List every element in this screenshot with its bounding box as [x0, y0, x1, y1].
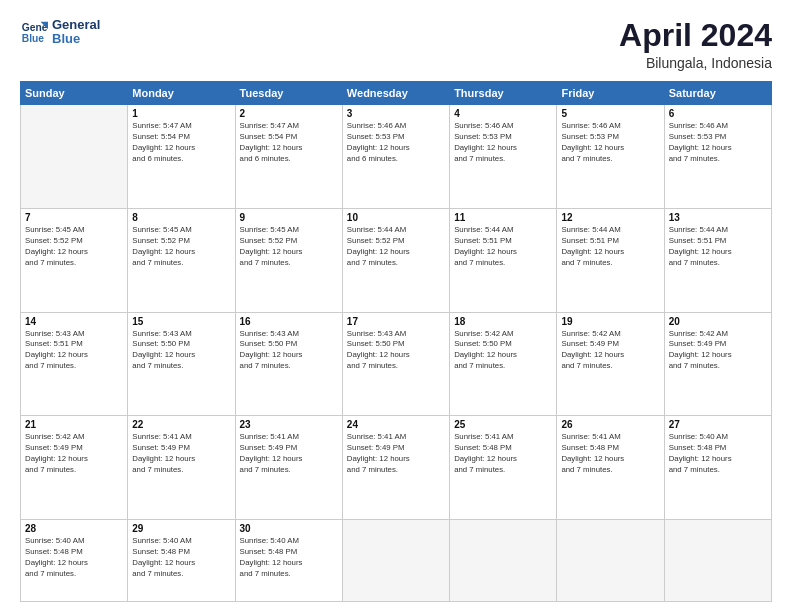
day-info: Sunrise: 5:40 AM Sunset: 5:48 PM Dayligh…	[132, 536, 230, 580]
svg-text:Blue: Blue	[22, 34, 45, 45]
day-info: Sunrise: 5:44 AM Sunset: 5:52 PM Dayligh…	[347, 225, 445, 269]
weekday-header: SundayMondayTuesdayWednesdayThursdayFrid…	[21, 82, 772, 105]
day-info: Sunrise: 5:46 AM Sunset: 5:53 PM Dayligh…	[669, 121, 767, 165]
calendar-cell: 7Sunrise: 5:45 AM Sunset: 5:52 PM Daylig…	[21, 208, 128, 312]
weekday-header-thursday: Thursday	[450, 82, 557, 105]
calendar-cell: 1Sunrise: 5:47 AM Sunset: 5:54 PM Daylig…	[128, 105, 235, 209]
weekday-header-monday: Monday	[128, 82, 235, 105]
day-number: 4	[454, 108, 552, 119]
day-info: Sunrise: 5:43 AM Sunset: 5:50 PM Dayligh…	[132, 329, 230, 373]
day-number: 3	[347, 108, 445, 119]
day-info: Sunrise: 5:45 AM Sunset: 5:52 PM Dayligh…	[240, 225, 338, 269]
logo-general: General	[52, 18, 100, 32]
calendar-cell	[450, 519, 557, 601]
day-number: 7	[25, 212, 123, 223]
day-number: 16	[240, 316, 338, 327]
calendar-cell: 8Sunrise: 5:45 AM Sunset: 5:52 PM Daylig…	[128, 208, 235, 312]
calendar-cell: 12Sunrise: 5:44 AM Sunset: 5:51 PM Dayli…	[557, 208, 664, 312]
calendar-cell: 27Sunrise: 5:40 AM Sunset: 5:48 PM Dayli…	[664, 416, 771, 520]
day-info: Sunrise: 5:42 AM Sunset: 5:49 PM Dayligh…	[561, 329, 659, 373]
day-number: 11	[454, 212, 552, 223]
calendar-subtitle: Bilungala, Indonesia	[619, 55, 772, 71]
calendar-cell: 29Sunrise: 5:40 AM Sunset: 5:48 PM Dayli…	[128, 519, 235, 601]
calendar-cell: 23Sunrise: 5:41 AM Sunset: 5:49 PM Dayli…	[235, 416, 342, 520]
page: General Blue General Blue April 2024 Bil…	[0, 0, 792, 612]
day-number: 2	[240, 108, 338, 119]
day-number: 29	[132, 523, 230, 534]
calendar-cell	[21, 105, 128, 209]
header: General Blue General Blue April 2024 Bil…	[20, 18, 772, 71]
calendar-cell: 4Sunrise: 5:46 AM Sunset: 5:53 PM Daylig…	[450, 105, 557, 209]
logo-icon: General Blue	[20, 18, 48, 46]
calendar-body: 1Sunrise: 5:47 AM Sunset: 5:54 PM Daylig…	[21, 105, 772, 602]
calendar-cell: 30Sunrise: 5:40 AM Sunset: 5:48 PM Dayli…	[235, 519, 342, 601]
day-number: 19	[561, 316, 659, 327]
calendar-cell: 13Sunrise: 5:44 AM Sunset: 5:51 PM Dayli…	[664, 208, 771, 312]
day-number: 18	[454, 316, 552, 327]
calendar-table: SundayMondayTuesdayWednesdayThursdayFrid…	[20, 81, 772, 602]
day-number: 5	[561, 108, 659, 119]
calendar-cell: 20Sunrise: 5:42 AM Sunset: 5:49 PM Dayli…	[664, 312, 771, 416]
day-info: Sunrise: 5:40 AM Sunset: 5:48 PM Dayligh…	[669, 432, 767, 476]
calendar-cell: 9Sunrise: 5:45 AM Sunset: 5:52 PM Daylig…	[235, 208, 342, 312]
day-number: 13	[669, 212, 767, 223]
day-info: Sunrise: 5:46 AM Sunset: 5:53 PM Dayligh…	[347, 121, 445, 165]
calendar-cell: 14Sunrise: 5:43 AM Sunset: 5:51 PM Dayli…	[21, 312, 128, 416]
calendar-cell: 28Sunrise: 5:40 AM Sunset: 5:48 PM Dayli…	[21, 519, 128, 601]
day-number: 1	[132, 108, 230, 119]
weekday-header-sunday: Sunday	[21, 82, 128, 105]
weekday-header-tuesday: Tuesday	[235, 82, 342, 105]
day-info: Sunrise: 5:41 AM Sunset: 5:49 PM Dayligh…	[132, 432, 230, 476]
calendar-cell: 21Sunrise: 5:42 AM Sunset: 5:49 PM Dayli…	[21, 416, 128, 520]
day-info: Sunrise: 5:43 AM Sunset: 5:50 PM Dayligh…	[240, 329, 338, 373]
day-info: Sunrise: 5:46 AM Sunset: 5:53 PM Dayligh…	[454, 121, 552, 165]
day-number: 21	[25, 419, 123, 430]
calendar-cell: 18Sunrise: 5:42 AM Sunset: 5:50 PM Dayli…	[450, 312, 557, 416]
day-number: 24	[347, 419, 445, 430]
calendar-cell: 6Sunrise: 5:46 AM Sunset: 5:53 PM Daylig…	[664, 105, 771, 209]
calendar-cell: 25Sunrise: 5:41 AM Sunset: 5:48 PM Dayli…	[450, 416, 557, 520]
calendar-cell: 22Sunrise: 5:41 AM Sunset: 5:49 PM Dayli…	[128, 416, 235, 520]
calendar-cell: 24Sunrise: 5:41 AM Sunset: 5:49 PM Dayli…	[342, 416, 449, 520]
day-info: Sunrise: 5:41 AM Sunset: 5:49 PM Dayligh…	[240, 432, 338, 476]
calendar-cell: 10Sunrise: 5:44 AM Sunset: 5:52 PM Dayli…	[342, 208, 449, 312]
calendar-week-3: 21Sunrise: 5:42 AM Sunset: 5:49 PM Dayli…	[21, 416, 772, 520]
calendar-cell: 3Sunrise: 5:46 AM Sunset: 5:53 PM Daylig…	[342, 105, 449, 209]
calendar-week-2: 14Sunrise: 5:43 AM Sunset: 5:51 PM Dayli…	[21, 312, 772, 416]
calendar-cell	[664, 519, 771, 601]
day-info: Sunrise: 5:41 AM Sunset: 5:49 PM Dayligh…	[347, 432, 445, 476]
day-number: 20	[669, 316, 767, 327]
day-info: Sunrise: 5:42 AM Sunset: 5:49 PM Dayligh…	[669, 329, 767, 373]
day-number: 22	[132, 419, 230, 430]
day-number: 10	[347, 212, 445, 223]
day-info: Sunrise: 5:41 AM Sunset: 5:48 PM Dayligh…	[454, 432, 552, 476]
day-number: 9	[240, 212, 338, 223]
calendar-week-0: 1Sunrise: 5:47 AM Sunset: 5:54 PM Daylig…	[21, 105, 772, 209]
day-number: 15	[132, 316, 230, 327]
day-number: 14	[25, 316, 123, 327]
weekday-header-saturday: Saturday	[664, 82, 771, 105]
day-info: Sunrise: 5:42 AM Sunset: 5:49 PM Dayligh…	[25, 432, 123, 476]
weekday-header-friday: Friday	[557, 82, 664, 105]
day-info: Sunrise: 5:44 AM Sunset: 5:51 PM Dayligh…	[454, 225, 552, 269]
day-number: 27	[669, 419, 767, 430]
logo: General Blue General Blue	[20, 18, 100, 47]
day-number: 25	[454, 419, 552, 430]
day-info: Sunrise: 5:40 AM Sunset: 5:48 PM Dayligh…	[240, 536, 338, 580]
day-number: 28	[25, 523, 123, 534]
day-info: Sunrise: 5:42 AM Sunset: 5:50 PM Dayligh…	[454, 329, 552, 373]
calendar-title: April 2024	[619, 18, 772, 53]
calendar-cell: 16Sunrise: 5:43 AM Sunset: 5:50 PM Dayli…	[235, 312, 342, 416]
day-info: Sunrise: 5:43 AM Sunset: 5:51 PM Dayligh…	[25, 329, 123, 373]
day-number: 17	[347, 316, 445, 327]
calendar-cell: 5Sunrise: 5:46 AM Sunset: 5:53 PM Daylig…	[557, 105, 664, 209]
day-info: Sunrise: 5:43 AM Sunset: 5:50 PM Dayligh…	[347, 329, 445, 373]
calendar-cell	[342, 519, 449, 601]
day-info: Sunrise: 5:44 AM Sunset: 5:51 PM Dayligh…	[669, 225, 767, 269]
calendar-cell: 2Sunrise: 5:47 AM Sunset: 5:54 PM Daylig…	[235, 105, 342, 209]
calendar-cell: 11Sunrise: 5:44 AM Sunset: 5:51 PM Dayli…	[450, 208, 557, 312]
calendar-cell: 19Sunrise: 5:42 AM Sunset: 5:49 PM Dayli…	[557, 312, 664, 416]
calendar-cell	[557, 519, 664, 601]
day-number: 26	[561, 419, 659, 430]
day-number: 6	[669, 108, 767, 119]
